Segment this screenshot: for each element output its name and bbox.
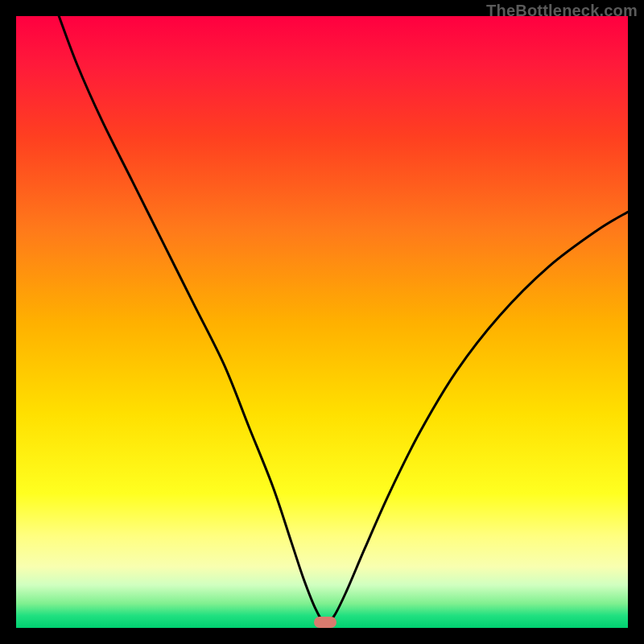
watermark-text: TheBottleneck.com [486,2,638,20]
plot-area [16,16,628,628]
chart-frame: TheBottleneck.com [0,0,644,644]
bottleneck-curve [16,16,628,628]
bottleneck-marker-icon [314,617,336,628]
